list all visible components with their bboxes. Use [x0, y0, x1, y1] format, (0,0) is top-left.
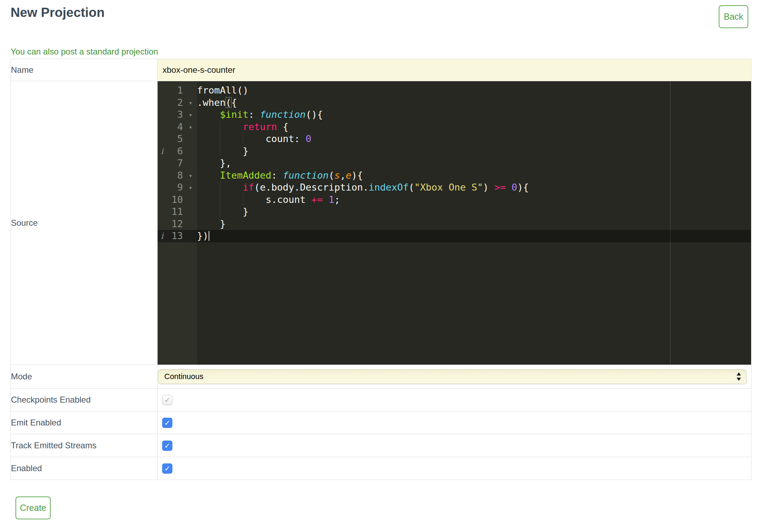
- indent-guide: [243, 194, 243, 206]
- indent-guide: [220, 206, 220, 218]
- source-value-cell: 1fromAll()2▾.when({3▾ $init: function(){…: [158, 81, 751, 365]
- code-line-text: if(e.body.Description.indexOf("Xbox One …: [197, 181, 751, 194]
- gutter-cell: 1: [158, 84, 197, 97]
- checkpoints-value-cell: ✓: [158, 389, 751, 411]
- line-number: 4: [177, 121, 183, 133]
- line-number: 8: [177, 169, 183, 182]
- standard-projection-link[interactable]: You can also post a standard projection: [11, 47, 158, 57]
- line-number: 3: [177, 109, 183, 121]
- back-button[interactable]: Back: [719, 5, 748, 28]
- editor-line[interactable]: 11 }: [158, 206, 751, 218]
- enabled-row: Enabled ✓: [11, 457, 751, 480]
- mode-selected-value: Continuous: [158, 372, 203, 381]
- line-number: 12: [171, 218, 183, 230]
- editor-code-lines[interactable]: 1fromAll()2▾.when({3▾ $init: function(){…: [158, 81, 751, 242]
- gutter-cell: 5: [158, 133, 197, 145]
- line-number: 6: [177, 145, 183, 158]
- source-code-editor[interactable]: 1fromAll()2▾.when({3▾ $init: function(){…: [158, 81, 751, 365]
- name-input[interactable]: [158, 59, 751, 81]
- info-annotation-icon: i: [161, 145, 164, 158]
- line-number: 7: [177, 157, 183, 169]
- enabled-label: Enabled: [11, 457, 158, 480]
- editor-line[interactable]: 10 s.count += 1;: [158, 194, 751, 206]
- fold-arrow-icon[interactable]: ▾: [189, 121, 192, 134]
- create-button[interactable]: Create: [15, 496, 51, 519]
- gutter-cell: 2▾: [158, 97, 197, 109]
- gutter-cell: 8▾: [158, 169, 197, 182]
- code-line-text: }): [197, 230, 751, 242]
- code-line-text: s.count += 1;: [197, 194, 751, 206]
- track-emitted-streams-checkbox[interactable]: ✓: [162, 441, 172, 451]
- editor-line[interactable]: 2▾.when({: [158, 97, 751, 109]
- emit-enabled-label: Emit Enabled: [11, 411, 158, 434]
- fold-arrow-icon[interactable]: ▾: [189, 182, 192, 194]
- new-projection-page: New Projection Back You can also post a …: [0, 0, 762, 532]
- source-label: Source: [11, 81, 158, 365]
- editor-line[interactable]: i13}): [158, 230, 751, 242]
- indent-guide: [220, 121, 220, 133]
- code-line-text: return {: [197, 121, 751, 133]
- indent-guide: [220, 181, 220, 194]
- track-emitted-streams-label: Track Emitted Streams: [11, 434, 158, 457]
- code-line-text: count: 0: [197, 133, 751, 145]
- fold-arrow-icon[interactable]: ▾: [189, 97, 192, 109]
- mode-label: Mode: [11, 365, 158, 389]
- text-cursor: [209, 231, 209, 241]
- line-number: 13: [171, 230, 183, 242]
- checkpoints-enabled-checkbox: ✓: [162, 395, 172, 405]
- name-value-cell: [158, 59, 751, 81]
- info-annotation-icon: i: [161, 230, 164, 242]
- line-number: 10: [171, 194, 183, 206]
- code-line-text: .when({: [197, 97, 751, 109]
- mode-select[interactable]: Continuous: [158, 369, 747, 384]
- code-line-text: $init: function(){: [197, 109, 751, 121]
- emit-enabled-row: Emit Enabled ✓: [11, 411, 751, 434]
- source-row: Source 1fromAll()2▾.when({3▾ $init: func…: [11, 81, 751, 365]
- indent-guide: [220, 133, 220, 145]
- editor-line[interactable]: i6 }: [158, 145, 751, 158]
- editor-line[interactable]: 5 count: 0: [158, 133, 751, 145]
- code-line-text: }: [197, 218, 751, 230]
- emit-enabled-checkbox[interactable]: ✓: [162, 418, 172, 428]
- select-stepper-icon: [736, 372, 742, 381]
- code-line-text: fromAll(): [197, 84, 751, 97]
- gutter-cell: 3▾: [158, 109, 197, 121]
- code-line-text: },: [197, 157, 751, 169]
- code-line-text: ItemAdded: function(s,e){: [197, 169, 751, 182]
- mode-value-cell: Continuous: [158, 365, 751, 389]
- enabled-value-cell: ✓: [158, 457, 751, 480]
- gutter-cell: 10: [158, 194, 197, 206]
- line-number: 5: [177, 133, 183, 145]
- name-label: Name: [11, 59, 158, 81]
- editor-line[interactable]: 8▾ ItemAdded: function(s,e){: [158, 169, 751, 182]
- line-number: 1: [177, 84, 183, 97]
- track-emitted-streams-row: Track Emitted Streams ✓: [11, 434, 751, 457]
- line-number: 2: [177, 97, 183, 109]
- name-row: Name: [11, 59, 751, 81]
- checkpoints-enabled-label: Checkpoints Enabled: [11, 389, 158, 411]
- projection-form-table: Name Source 1fromAll()2▾.when({3▾ $init:…: [11, 59, 751, 480]
- emit-value-cell: ✓: [158, 411, 751, 434]
- editor-line[interactable]: 1fromAll(): [158, 84, 751, 97]
- checkpoints-row: Checkpoints Enabled ✓: [11, 389, 751, 411]
- gutter-cell: i6: [158, 145, 197, 158]
- indent-guide: [220, 194, 220, 206]
- track-value-cell: ✓: [158, 434, 751, 457]
- line-number: 11: [171, 206, 183, 218]
- editor-line[interactable]: 3▾ $init: function(){: [158, 109, 751, 121]
- gutter-cell: 4▾: [158, 121, 197, 133]
- code-line-text: }: [197, 206, 751, 218]
- editor-line[interactable]: 9▾ if(e.body.Description.indexOf("Xbox O…: [158, 181, 751, 194]
- gutter-cell: 7: [158, 157, 197, 169]
- mode-row: Mode Continuous: [11, 365, 751, 389]
- editor-line[interactable]: 4▾ return {: [158, 121, 751, 133]
- editor-line[interactable]: 12 }: [158, 218, 751, 230]
- line-number: 9: [177, 181, 183, 194]
- editor-line[interactable]: 7 },: [158, 157, 751, 169]
- gutter-cell: 9▾: [158, 181, 197, 194]
- gutter-cell: 11: [158, 206, 197, 218]
- fold-arrow-icon[interactable]: ▾: [189, 109, 192, 121]
- enabled-checkbox[interactable]: ✓: [162, 463, 172, 474]
- page-title: New Projection: [11, 5, 762, 20]
- fold-arrow-icon[interactable]: ▾: [189, 170, 192, 182]
